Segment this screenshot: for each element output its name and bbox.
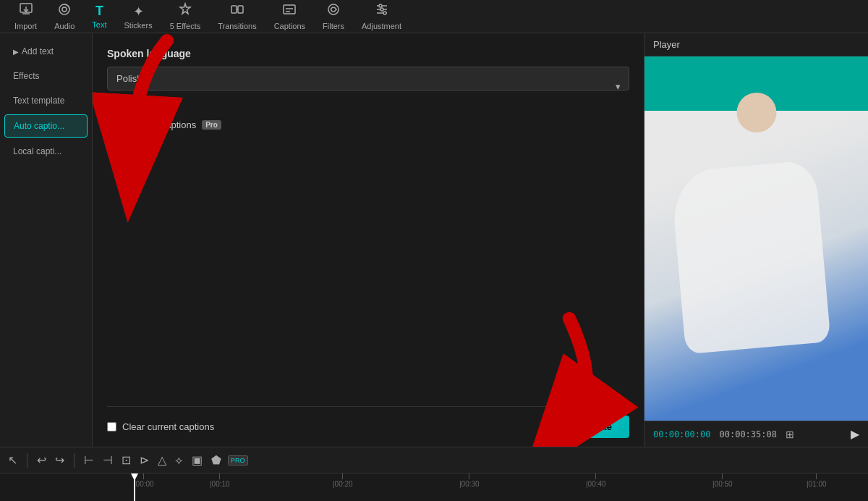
clear-checkbox[interactable] (107, 422, 116, 431)
bilingual-label: Bilingual captions (123, 119, 196, 130)
toolbar-filters[interactable]: Filters (314, 0, 353, 33)
tl-audio[interactable]: △ (156, 451, 169, 469)
captions-icon (282, 2, 297, 20)
play-button[interactable]: ▶ (851, 427, 859, 441)
player-video (644, 56, 868, 421)
tl-frame[interactable]: ▣ (190, 451, 205, 469)
stickers-icon: ✦ (133, 4, 144, 20)
grid-icon[interactable]: ⊞ (786, 429, 794, 440)
video-cloth (671, 160, 831, 354)
adjustment-icon (375, 2, 389, 20)
effects-icon (178, 2, 192, 20)
content-panel: Spoken language Polish English Spanish F… (93, 33, 644, 447)
svg-rect-7 (284, 5, 295, 14)
tl-undo[interactable]: ↩ (35, 451, 48, 469)
toolbar-filters-label: Filters (323, 22, 344, 30)
tl-select-tool[interactable]: ↖ (6, 451, 20, 469)
language-select-wrapper[interactable]: Polish English Spanish French German (107, 67, 629, 105)
content-spacer (107, 142, 629, 406)
toolbar-import[interactable]: Import (6, 0, 46, 33)
tl-redo[interactable]: ↪ (53, 451, 67, 469)
svg-point-13 (383, 12, 386, 14)
player-controls: 00:00:00:00 00:00:35:08 ⊞ ▶ (644, 421, 868, 447)
tl-crop[interactable]: ⊡ (119, 451, 133, 469)
tl-pro-badge: PRO (228, 455, 248, 466)
ruler-mark-1: |00:10 (210, 473, 230, 488)
sidebar-effects-label: Effects (13, 71, 39, 81)
ruler-mark-3: |00:30 (459, 473, 480, 488)
svg-point-12 (379, 4, 382, 7)
transitions-icon (230, 2, 244, 20)
toolbar-captions[interactable]: Captions (265, 0, 314, 33)
toolbar-stickers[interactable]: ✦ Stickers (116, 0, 161, 33)
toolbar-transitions[interactable]: Transitions (209, 0, 265, 33)
toolbar-audio-label: Audio (54, 22, 75, 30)
sidebar-add-text-label: Add text (22, 46, 54, 56)
bilingual-row: Bilingual captions Pro (107, 119, 629, 130)
sidebar-item-auto-caption[interactable]: Auto captio... (4, 114, 88, 138)
time-current: 00:00:00:00 (653, 429, 710, 439)
text-icon: T (95, 4, 103, 19)
toolbar-text-label: Text (92, 20, 106, 29)
clear-row: Clear current captions (107, 421, 214, 432)
ruler-mark-2: |00:20 (333, 473, 353, 488)
sidebar-item-local-caption[interactable]: Local capti... (4, 140, 88, 162)
toolbar-adjustment[interactable]: Adjustment (353, 0, 410, 33)
sidebar-text-template-label: Text template (13, 96, 64, 106)
tl-keyframe[interactable]: ⬟ (209, 451, 224, 469)
timeline-ruler: |00:00 |00:10 |00:20 |00:30 |00:40 |00:5… (0, 473, 868, 501)
add-icon: ▶ (13, 48, 19, 56)
sidebar: ▶ Add text Effects Text template Auto ca… (0, 33, 93, 447)
clear-label: Clear current captions (122, 421, 214, 432)
bottom-bar: Clear current captions Generate (107, 406, 629, 447)
tl-play[interactable]: ⊳ (137, 451, 151, 469)
ruler-mark-6: |01:00 (807, 473, 827, 488)
timeline-toolbar: ↖ ↩ ↪ ⊢ ⊣ ⊡ ⊳ △ ⟡ ▣ ⬟ PRO (0, 447, 868, 473)
generate-button[interactable]: Generate (554, 416, 629, 438)
tl-shape[interactable]: ⟡ (173, 452, 185, 469)
toolbar-captions-label: Captions (274, 22, 305, 30)
sidebar-auto-caption-label: Auto captio... (14, 121, 64, 131)
sidebar-item-text-template[interactable]: Text template (4, 90, 88, 111)
toolbar: Import Audio T Text ✦ Stickers 5 Effects (0, 0, 868, 33)
time-total: 00:00:35:08 (719, 429, 776, 439)
filters-icon (326, 2, 341, 20)
toolbar-stickers-label: Stickers (124, 21, 153, 30)
toolbar-effects-label: 5 Effects (170, 22, 201, 30)
ruler-mark-4: |00:40 (586, 473, 606, 488)
svg-rect-6 (238, 6, 243, 13)
import-icon (19, 2, 33, 20)
tl-trim[interactable]: ⊣ (101, 451, 115, 469)
svg-rect-5 (231, 6, 237, 13)
main-area: ▶ Add text Effects Text template Auto ca… (0, 33, 868, 447)
audio-icon (57, 2, 72, 20)
svg-point-4 (62, 7, 67, 12)
sidebar-local-caption-label: Local capti... (13, 146, 61, 156)
ruler-mark-5: |00:50 (712, 473, 733, 488)
bilingual-checkbox[interactable] (107, 120, 117, 130)
toolbar-audio[interactable]: Audio (46, 0, 83, 33)
sidebar-item-add-text[interactable]: ▶ Add text (4, 41, 88, 62)
toolbar-import-label: Import (14, 22, 37, 30)
toolbar-adjustment-label: Adjustment (362, 22, 401, 30)
toolbar-transitions-label: Transitions (218, 22, 256, 30)
tl-split[interactable]: ⊢ (82, 451, 96, 469)
pro-badge: Pro (202, 120, 221, 130)
player-title: Player (644, 33, 868, 56)
toolbar-effects[interactable]: 5 Effects (161, 0, 210, 33)
spoken-language-heading: Spoken language (107, 48, 629, 59)
timeline: ↖ ↩ ↪ ⊢ ⊣ ⊡ ⊳ △ ⟡ ▣ ⬟ PRO |00:00 |00:10 … (0, 447, 868, 501)
sidebar-item-effects[interactable]: Effects (4, 65, 88, 87)
language-select[interactable]: Polish English Spanish French German (107, 67, 629, 90)
player-panel: Player 00:00:00:00 00:00:35:08 ⊞ ▶ (644, 33, 868, 447)
svg-point-11 (380, 8, 383, 11)
video-head (736, 93, 776, 132)
toolbar-text[interactable]: T Text (83, 0, 115, 33)
playhead[interactable] (134, 473, 135, 501)
